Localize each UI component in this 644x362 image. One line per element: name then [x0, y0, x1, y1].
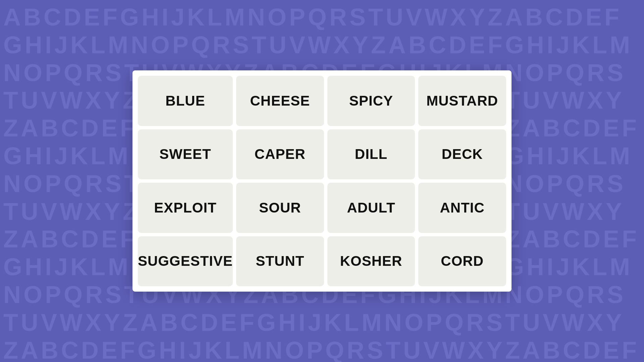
word-card-label-1: CHEESE: [250, 93, 310, 109]
word-card-13[interactable]: STUNT: [236, 236, 324, 287]
word-card-8[interactable]: EXPLOIT: [138, 183, 233, 233]
word-card-label-14: KOSHER: [340, 253, 402, 269]
word-card-6[interactable]: DILL: [327, 129, 415, 180]
word-card-12[interactable]: SUGGESTIVE: [138, 236, 233, 287]
word-card-label-5: CAPER: [255, 146, 306, 162]
word-card-label-6: DILL: [355, 146, 387, 162]
word-card-label-8: EXPLOIT: [154, 200, 217, 216]
word-card-label-9: SOUR: [259, 200, 301, 216]
word-card-label-15: CORD: [441, 253, 484, 269]
word-card-4[interactable]: SWEET: [138, 129, 233, 180]
word-card-label-12: SUGGESTIVE: [138, 253, 233, 269]
word-card-15[interactable]: CORD: [418, 236, 506, 287]
word-card-14[interactable]: KOSHER: [327, 236, 415, 287]
word-card-9[interactable]: SOUR: [236, 183, 324, 233]
word-card-1[interactable]: CHEESE: [236, 76, 324, 126]
word-card-label-3: MUSTARD: [426, 93, 498, 109]
word-card-label-10: ADULT: [347, 200, 395, 216]
word-card-label-13: STUNT: [256, 253, 304, 269]
word-card-10[interactable]: ADULT: [327, 183, 415, 233]
word-card-3[interactable]: MUSTARD: [418, 76, 506, 126]
word-card-5[interactable]: CAPER: [236, 129, 324, 180]
card-board: BLUECHEESESPICYMUSTARDSWEETCAPERDILLDECK…: [132, 70, 512, 292]
word-card-7[interactable]: DECK: [418, 129, 506, 180]
word-card-label-7: DECK: [442, 146, 483, 162]
word-card-11[interactable]: ANTIC: [418, 183, 506, 233]
word-card-label-11: ANTIC: [440, 200, 485, 216]
word-card-label-4: SWEET: [159, 146, 211, 162]
word-card-label-0: BLUE: [165, 93, 205, 109]
word-card-0[interactable]: BLUE: [138, 76, 233, 126]
word-card-2[interactable]: SPICY: [327, 76, 415, 126]
word-card-label-2: SPICY: [349, 93, 393, 109]
